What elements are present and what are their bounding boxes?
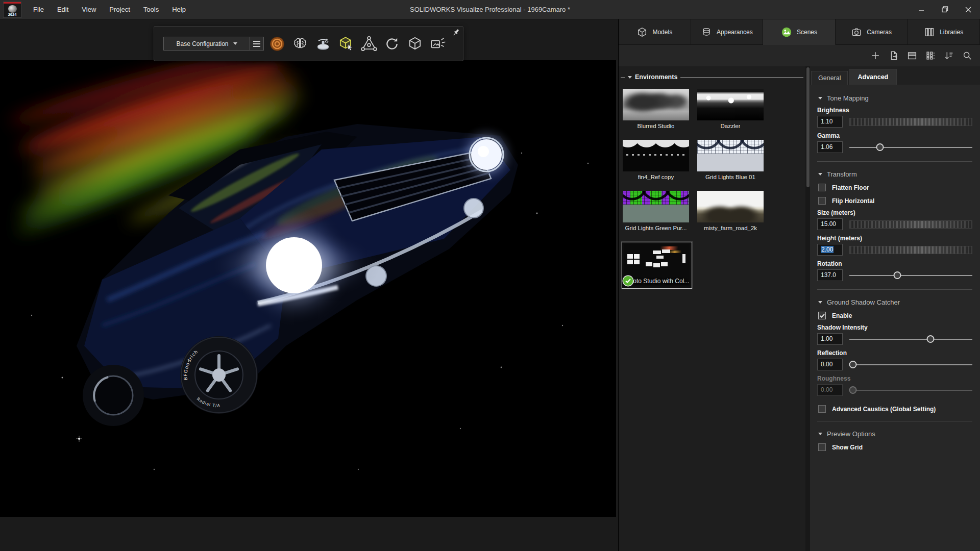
tab-models[interactable]: Models [619, 19, 691, 45]
cube-icon [407, 36, 423, 52]
environment-item-dazzler[interactable]: Dazzler [696, 89, 765, 129]
size-input[interactable]: 15.00 [817, 218, 843, 230]
advanced-caustics-checkbox[interactable] [818, 405, 826, 413]
menu-project[interactable]: Project [103, 0, 136, 19]
flip-horizontal-row[interactable]: Flip Horizontal [818, 197, 972, 205]
tab-label: Libraries [940, 29, 963, 36]
flip-horizontal-checkbox[interactable] [818, 197, 826, 205]
enable-row[interactable]: Enable [818, 312, 972, 319]
section-divider [817, 421, 972, 421]
environment-item-misty-farm-road[interactable]: misty_farm_road_2k [696, 191, 765, 231]
restore-button[interactable] [933, 0, 957, 19]
render-mode-button[interactable] [267, 34, 287, 54]
turntable-button[interactable] [313, 34, 333, 54]
advanced-caustics-row[interactable]: Advanced Caustics (Global Setting) [818, 405, 972, 413]
add-button[interactable] [868, 49, 882, 63]
environment-thumbnail [623, 140, 689, 171]
section-ground-shadow-catcher[interactable]: Ground Shadow Catcher [818, 298, 972, 306]
viewport-area: BFGoodrich Radial T/A [0, 19, 618, 551]
brightness-input[interactable]: 1.10 [817, 116, 843, 128]
shadow-intensity-input[interactable]: 1.00 [817, 333, 843, 345]
render-viewport[interactable]: BFGoodrich Radial T/A [0, 60, 616, 517]
menu-help[interactable]: Help [165, 0, 192, 19]
tab-label: Appearances [717, 29, 753, 36]
window-controls [910, 0, 980, 19]
menu-tools[interactable]: Tools [137, 0, 165, 19]
section-transform[interactable]: Transform [818, 170, 972, 178]
scrollbar-thumb[interactable] [806, 67, 810, 187]
environment-item-grid-lights-blue[interactable]: Grid Lights Blue 01 [696, 140, 765, 180]
tab-advanced[interactable]: Advanced [849, 69, 897, 85]
rotation-slider[interactable] [849, 271, 972, 280]
section-divider [817, 289, 972, 290]
environment-item-grid-lights-green[interactable]: Grid Lights Green Pur... [622, 191, 690, 231]
environment-item-photo-studio-selected[interactable]: Photo Studio with Col... [622, 242, 692, 289]
environment-item-blurred-studio[interactable]: Blurred Studio [622, 89, 690, 129]
active-environment-check-icon [623, 276, 633, 286]
enable-checkbox[interactable] [818, 312, 826, 319]
show-grid-row[interactable]: Show Grid [818, 443, 972, 451]
titlebar: 2024 File Edit View Project Tools Help S… [0, 0, 980, 19]
reflection-input[interactable]: 0.00 [817, 359, 843, 370]
tab-general[interactable]: General [811, 71, 848, 85]
tab-label: Cameras [867, 29, 892, 36]
show-grid-checkbox[interactable] [818, 443, 826, 451]
menu-edit[interactable]: Edit [51, 0, 75, 19]
size-slider[interactable] [849, 220, 972, 229]
shadow-intensity-slider[interactable] [849, 335, 972, 343]
brightness-slider[interactable] [849, 118, 972, 126]
configuration-dropdown[interactable]: Base Configuration [163, 37, 264, 51]
bounding-box-button[interactable] [405, 34, 425, 54]
section-preview-options[interactable]: Preview Options [818, 430, 972, 438]
import-button[interactable] [887, 49, 900, 63]
paint-bucket-icon [701, 27, 712, 38]
toolbar-pin-button[interactable] [451, 28, 461, 38]
tab-libraries[interactable]: Libraries [908, 19, 980, 45]
minimize-button[interactable] [910, 0, 933, 19]
close-button[interactable] [957, 0, 980, 19]
environments-scrollbar[interactable] [805, 66, 810, 551]
brain-icon [292, 36, 308, 52]
split-view-button[interactable] [905, 49, 919, 63]
height-label: Height (meters) [817, 235, 972, 242]
menu-view[interactable]: View [75, 0, 103, 19]
select-object-button[interactable] [336, 34, 356, 54]
rotation-input[interactable]: 137.0 [817, 269, 843, 281]
section-tone-mapping[interactable]: Tone Mapping [818, 94, 972, 102]
gamma-slider[interactable] [849, 143, 972, 152]
environment-item-fin4-ref-copy[interactable]: fin4_Ref copy [622, 140, 690, 180]
height-input[interactable]: 2.00 [817, 244, 843, 256]
camera-icon [851, 27, 862, 38]
search-icon [962, 50, 973, 61]
tab-scenes[interactable]: Scenes [763, 19, 836, 45]
height-slider[interactable] [849, 246, 972, 254]
menu-file[interactable]: File [27, 0, 51, 19]
environment-thumbnail [697, 191, 764, 222]
rotation-label: Rotation [817, 260, 972, 267]
pivot-snap-button[interactable] [359, 34, 379, 54]
ai-denoiser-button[interactable] [290, 34, 310, 54]
tab-label: Scenes [797, 29, 817, 36]
pivot-triangle-icon [360, 35, 378, 53]
configuration-menu-button[interactable] [250, 37, 263, 50]
reflection-slider[interactable] [849, 361, 972, 369]
environment-name: misty_farm_road_2k [704, 225, 757, 231]
tab-cameras[interactable]: Cameras [836, 19, 908, 45]
app-logo: 2024 [3, 2, 21, 18]
tab-appearances[interactable]: Appearances [691, 19, 764, 45]
flatten-floor-row[interactable]: Flatten Floor [818, 184, 972, 191]
render-output-button[interactable] [428, 34, 448, 54]
sort-button[interactable] [942, 49, 955, 63]
reflection-label: Reflection [817, 349, 972, 357]
gamma-input[interactable]: 1.06 [817, 141, 843, 153]
refresh-button[interactable] [382, 34, 402, 54]
collapse-caret-icon [818, 97, 822, 99]
environment-thumbnail [697, 140, 764, 171]
flatten-floor-checkbox[interactable] [818, 184, 826, 191]
search-button[interactable] [960, 49, 974, 63]
environment-name: Blurred Studio [638, 123, 675, 129]
thumbnail-view-button[interactable] [923, 49, 937, 63]
environments-header[interactable]: Environments [621, 73, 803, 81]
show-grid-label: Show Grid [832, 444, 863, 451]
split-view-icon [906, 50, 918, 61]
